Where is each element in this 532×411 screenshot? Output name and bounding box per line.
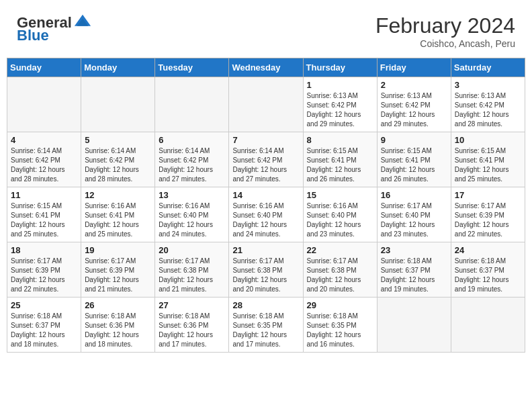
day-number: 13 [159,190,225,200]
calendar-cell: 2Sunrise: 6:13 AMSunset: 6:42 PMDaylight… [377,77,451,132]
cell-content: Sunrise: 6:17 AMSunset: 6:38 PMDaylight:… [232,257,299,294]
day-header-sunday: Sunday [7,58,81,77]
cell-content: Sunrise: 6:17 AMSunset: 6:38 PMDaylight:… [307,257,373,294]
cell-content: Sunrise: 6:13 AMSunset: 6:42 PMDaylight:… [381,91,447,129]
day-number: 15 [307,190,373,200]
calendar-cell: 12Sunrise: 6:16 AMSunset: 6:41 PMDayligh… [81,187,155,242]
calendar-cell: 17Sunrise: 6:17 AMSunset: 6:39 PMDayligh… [451,187,525,242]
week-row-3: 18Sunrise: 6:17 AMSunset: 6:39 PMDayligh… [7,242,525,298]
day-number: 3 [455,80,521,90]
calendar-cell: 22Sunrise: 6:17 AMSunset: 6:38 PMDayligh… [303,242,377,298]
day-number: 29 [307,300,373,310]
calendar-cell [81,77,155,132]
calendar-cell: 13Sunrise: 6:16 AMSunset: 6:40 PMDayligh… [155,187,229,242]
day-number: 8 [307,135,373,145]
calendar-cell [7,77,81,132]
cell-content: Sunrise: 6:15 AMSunset: 6:41 PMDaylight:… [11,201,77,239]
cell-content: Sunrise: 6:17 AMSunset: 6:39 PMDaylight:… [11,257,77,294]
page-header: General Blue February 2024 Coishco, Anca… [7,7,525,52]
cell-content: Sunrise: 6:18 AMSunset: 6:37 PMDaylight:… [381,257,447,294]
calendar-cell: 24Sunrise: 6:18 AMSunset: 6:37 PMDayligh… [451,242,525,298]
cell-content: Sunrise: 6:15 AMSunset: 6:41 PMDaylight:… [381,146,447,184]
calendar-cell: 21Sunrise: 6:17 AMSunset: 6:38 PMDayligh… [229,242,303,298]
calendar-cell: 25Sunrise: 6:18 AMSunset: 6:37 PMDayligh… [7,298,81,353]
cell-content: Sunrise: 6:18 AMSunset: 6:37 PMDaylight:… [455,257,521,294]
cell-content: Sunrise: 6:18 AMSunset: 6:36 PMDaylight:… [85,312,151,349]
calendar-cell: 6Sunrise: 6:14 AMSunset: 6:42 PMDaylight… [155,132,229,187]
day-number: 16 [381,190,447,200]
calendar-cell: 15Sunrise: 6:16 AMSunset: 6:40 PMDayligh… [303,187,377,242]
calendar-cell: 7Sunrise: 6:14 AMSunset: 6:42 PMDaylight… [229,132,303,187]
calendar-cell: 5Sunrise: 6:14 AMSunset: 6:42 PMDaylight… [81,132,155,187]
cell-content: Sunrise: 6:18 AMSunset: 6:35 PMDaylight:… [307,312,373,349]
calendar-cell [377,298,451,353]
cell-content: Sunrise: 6:14 AMSunset: 6:42 PMDaylight:… [159,146,225,184]
cell-content: Sunrise: 6:16 AMSunset: 6:40 PMDaylight:… [307,201,373,239]
day-number: 1 [307,80,373,90]
day-header-row: SundayMondayTuesdayWednesdayThursdayFrid… [7,58,525,77]
day-number: 6 [159,135,225,145]
day-number: 12 [85,190,151,200]
day-number: 17 [455,190,521,200]
day-number: 27 [159,300,225,310]
calendar-cell: 23Sunrise: 6:18 AMSunset: 6:37 PMDayligh… [377,242,451,298]
calendar-cell: 8Sunrise: 6:15 AMSunset: 6:41 PMDaylight… [303,132,377,187]
day-number: 28 [232,300,299,310]
calendar-cell: 20Sunrise: 6:17 AMSunset: 6:38 PMDayligh… [155,242,229,298]
cell-content: Sunrise: 6:17 AMSunset: 6:39 PMDaylight:… [455,201,521,239]
calendar-cell: 3Sunrise: 6:13 AMSunset: 6:42 PMDaylight… [451,77,525,132]
calendar-cell [229,77,303,132]
week-row-0: 1Sunrise: 6:13 AMSunset: 6:42 PMDaylight… [7,77,525,132]
day-number: 23 [381,245,447,255]
calendar-cell: 9Sunrise: 6:15 AMSunset: 6:41 PMDaylight… [377,132,451,187]
day-number: 19 [85,245,151,255]
calendar-cell: 18Sunrise: 6:17 AMSunset: 6:39 PMDayligh… [7,242,81,298]
month-title: February 2024 [375,13,515,38]
day-header-saturday: Saturday [451,58,525,77]
calendar-cell: 4Sunrise: 6:14 AMSunset: 6:42 PMDaylight… [7,132,81,187]
cell-content: Sunrise: 6:17 AMSunset: 6:40 PMDaylight:… [381,201,447,239]
logo-blue: Blue [17,27,49,44]
day-header-wednesday: Wednesday [229,58,303,77]
calendar-cell: 27Sunrise: 6:18 AMSunset: 6:36 PMDayligh… [155,298,229,353]
calendar-cell [451,298,525,353]
cell-content: Sunrise: 6:15 AMSunset: 6:41 PMDaylight:… [455,146,521,184]
subtitle: Coishco, Ancash, Peru [375,38,515,49]
day-number: 9 [381,135,447,145]
cell-content: Sunrise: 6:14 AMSunset: 6:42 PMDaylight:… [232,146,299,184]
week-row-4: 25Sunrise: 6:18 AMSunset: 6:37 PMDayligh… [7,298,525,353]
week-row-1: 4Sunrise: 6:14 AMSunset: 6:42 PMDaylight… [7,132,525,187]
cell-content: Sunrise: 6:17 AMSunset: 6:39 PMDaylight:… [85,257,151,294]
calendar-cell: 28Sunrise: 6:18 AMSunset: 6:35 PMDayligh… [229,298,303,353]
day-number: 20 [159,245,225,255]
calendar-cell: 11Sunrise: 6:15 AMSunset: 6:41 PMDayligh… [7,187,81,242]
day-number: 11 [11,190,77,200]
calendar-cell: 19Sunrise: 6:17 AMSunset: 6:39 PMDayligh… [81,242,155,298]
cell-content: Sunrise: 6:16 AMSunset: 6:40 PMDaylight:… [159,201,225,239]
calendar-cell: 1Sunrise: 6:13 AMSunset: 6:42 PMDaylight… [303,77,377,132]
cell-content: Sunrise: 6:18 AMSunset: 6:36 PMDaylight:… [159,312,225,349]
day-number: 5 [85,135,151,145]
day-number: 4 [11,135,77,145]
day-number: 24 [455,245,521,255]
calendar-cell [155,77,229,132]
calendar-cell: 29Sunrise: 6:18 AMSunset: 6:35 PMDayligh… [303,298,377,353]
day-number: 14 [232,190,299,200]
cell-content: Sunrise: 6:18 AMSunset: 6:37 PMDaylight:… [11,312,77,349]
calendar-cell: 10Sunrise: 6:15 AMSunset: 6:41 PMDayligh… [451,132,525,187]
day-number: 18 [11,245,77,255]
cell-content: Sunrise: 6:18 AMSunset: 6:35 PMDaylight:… [232,312,299,349]
day-number: 21 [232,245,299,255]
day-number: 25 [11,300,77,310]
day-header-friday: Friday [377,58,451,77]
day-number: 7 [232,135,299,145]
logo: General Blue [17,13,92,44]
cell-content: Sunrise: 6:14 AMSunset: 6:42 PMDaylight:… [11,146,77,184]
cell-content: Sunrise: 6:13 AMSunset: 6:42 PMDaylight:… [307,91,373,129]
title-block: February 2024 Coishco, Ancash, Peru [375,13,515,49]
cell-content: Sunrise: 6:16 AMSunset: 6:41 PMDaylight:… [85,201,151,239]
cell-content: Sunrise: 6:15 AMSunset: 6:41 PMDaylight:… [307,146,373,184]
cell-content: Sunrise: 6:16 AMSunset: 6:40 PMDaylight:… [232,201,299,239]
cell-content: Sunrise: 6:13 AMSunset: 6:42 PMDaylight:… [455,91,521,129]
logo-icon [73,13,92,32]
